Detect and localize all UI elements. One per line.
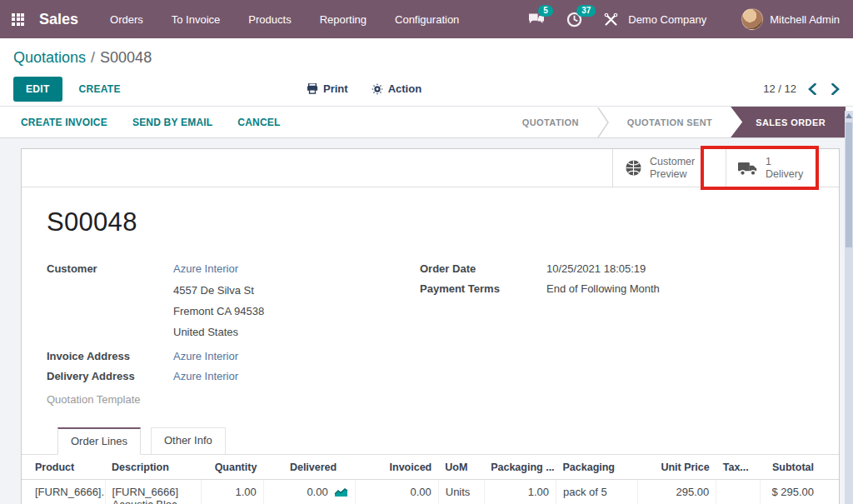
action-menu[interactable]: Action: [372, 82, 422, 95]
messages-button[interactable]: 5: [528, 12, 545, 27]
print-label: Print: [323, 82, 348, 95]
delivery-label: Delivery: [766, 168, 803, 181]
customer-address-line: United States: [173, 324, 417, 340]
control-panel-buttons: EDIT CREATE Print Action 12 / 12: [0, 72, 853, 107]
form-view-content: Customer Preview 1 Delivery S00048: [0, 138, 853, 504]
cell-quantity: 1.00: [202, 480, 264, 504]
breadcrumb-quotations[interactable]: Quotations: [13, 49, 86, 67]
invoice-address-label: Invoice Address: [47, 350, 173, 362]
user-menu[interactable]: Mitchell Admin: [770, 13, 840, 26]
order-date-value: 10/25/2021 18:05:19: [546, 262, 646, 275]
table-header-row: Product Description Quantity Delivered I…: [22, 455, 839, 480]
cell-unit-price: 295.00: [638, 480, 716, 504]
tab-other-info[interactable]: Other Info: [151, 427, 226, 455]
statusbar: CREATE INVOICE SEND BY EMAIL CANCEL QUOT…: [0, 107, 853, 138]
tab-order-lines[interactable]: Order Lines: [57, 427, 141, 455]
col-delivered[interactable]: Delivered: [263, 455, 355, 480]
invoice-address-value-link[interactable]: Azure Interior: [173, 350, 238, 362]
printer-icon: [307, 83, 318, 94]
cancel-button[interactable]: CANCEL: [237, 117, 280, 128]
cell-delivered: 0.00: [263, 480, 355, 504]
state-divider-icon: [597, 107, 609, 137]
print-menu[interactable]: Print: [307, 82, 348, 95]
nav-menu-products[interactable]: Products: [248, 13, 291, 26]
delivery-count: 1: [766, 156, 803, 168]
pager-next-icon[interactable]: [831, 83, 840, 95]
cell-packaging-qty: 1.00: [484, 480, 556, 504]
cell-description: [FURN_6666] Acoustic Bloc: [105, 480, 202, 504]
top-navbar: Sales Orders To Invoice Products Reporti…: [0, 0, 853, 38]
globe-icon: [625, 159, 642, 177]
customer-label: Customer: [47, 262, 173, 275]
nav-menu-reporting[interactable]: Reporting: [320, 13, 367, 26]
truck-icon: [738, 161, 758, 176]
col-taxes[interactable]: Tax...: [716, 455, 761, 480]
cell-subtotal: $ 295.00: [761, 480, 839, 504]
cell-taxes: [716, 480, 761, 504]
col-packaging-qty[interactable]: Packaging ...: [484, 455, 556, 480]
order-line-row[interactable]: [FURN_6666]... [FURN_6666] Acoustic Bloc…: [22, 480, 839, 504]
delivery-button[interactable]: 1 Delivery: [726, 149, 839, 187]
forecast-chart-icon[interactable]: [334, 487, 348, 497]
delivered-value: 0.00: [307, 486, 327, 498]
breadcrumb-separator: /: [91, 49, 95, 67]
state-quotation[interactable]: QUOTATION: [504, 107, 597, 137]
nav-menu-configuration[interactable]: Configuration: [395, 13, 459, 26]
col-subtotal[interactable]: Subtotal: [761, 455, 839, 480]
customer-value-link[interactable]: Azure Interior: [173, 262, 238, 275]
quotation-template-label: Quotation Template: [47, 393, 173, 406]
customer-preview-label-2: Preview: [650, 168, 695, 181]
tools-icon: [604, 12, 618, 27]
state-sales-order[interactable]: SALES ORDER: [731, 107, 846, 137]
company-switcher[interactable]: Demo Company: [628, 13, 706, 26]
app-name[interactable]: Sales: [39, 11, 78, 28]
cell-product: [FURN_6666]...: [22, 480, 105, 504]
col-quantity[interactable]: Quantity: [202, 455, 264, 480]
col-unit-price[interactable]: Unit Price: [638, 455, 716, 480]
col-invoiced[interactable]: Invoiced: [355, 455, 438, 480]
state-quotation-sent[interactable]: QUOTATION SENT: [609, 107, 731, 137]
nav-menu-orders[interactable]: Orders: [110, 13, 143, 26]
delivery-address-label: Delivery Address: [47, 370, 173, 382]
messages-badge: 5: [538, 5, 553, 17]
scrollbar-up-arrow-icon[interactable]: [846, 112, 852, 119]
cell-uom: Units: [438, 480, 484, 504]
vertical-scrollbar[interactable]: [845, 111, 853, 504]
scrollbar-thumb[interactable]: [846, 122, 852, 247]
record-title: S00048: [47, 207, 839, 237]
debug-tools-button[interactable]: [604, 12, 618, 27]
create-invoice-button[interactable]: CREATE INVOICE: [21, 117, 107, 128]
customer-address-line: Fremont CA 94538: [173, 303, 417, 319]
customer-preview-button[interactable]: Customer Preview: [612, 149, 726, 187]
activities-button[interactable]: 37: [566, 12, 582, 27]
edit-button[interactable]: EDIT: [13, 77, 62, 102]
field-group: Customer Azure Interior 4557 De Silva St…: [22, 237, 839, 413]
order-date-label: Order Date: [420, 262, 546, 275]
col-packaging[interactable]: Packaging: [556, 455, 637, 480]
action-label: Action: [388, 82, 422, 95]
customer-preview-label-1: Customer: [650, 156, 695, 168]
order-lines-table: Product Description Quantity Delivered I…: [22, 455, 839, 504]
payment-terms-label: Payment Terms: [420, 282, 546, 295]
col-product[interactable]: Product: [22, 455, 105, 480]
breadcrumb: Quotations / S00048: [0, 38, 853, 72]
cell-invoiced: 0.00: [355, 480, 438, 504]
user-avatar[interactable]: [741, 8, 763, 30]
customer-address-line: 4557 De Silva St: [173, 282, 417, 298]
col-description[interactable]: Description: [105, 455, 202, 480]
form-sheet: Customer Preview 1 Delivery S00048: [21, 148, 840, 504]
apps-menu-icon[interactable]: [12, 13, 24, 26]
send-by-email-button[interactable]: SEND BY EMAIL: [132, 117, 212, 128]
breadcrumb-current: S00048: [100, 49, 152, 67]
col-uom[interactable]: UoM: [438, 455, 484, 480]
gear-icon: [372, 83, 383, 95]
pager-previous-icon[interactable]: [808, 83, 816, 95]
pager-value: 12 / 12: [763, 82, 796, 95]
smart-button-box: Customer Preview 1 Delivery: [22, 149, 839, 187]
create-button[interactable]: CREATE: [79, 83, 121, 95]
nav-menu-to-invoice[interactable]: To Invoice: [172, 13, 221, 26]
delivery-address-value-link[interactable]: Azure Interior: [173, 370, 238, 382]
notebook: Order Lines Other Info Product Descripti…: [22, 427, 839, 504]
cell-packaging: pack of 5: [556, 480, 637, 504]
activities-badge: 37: [576, 5, 596, 17]
